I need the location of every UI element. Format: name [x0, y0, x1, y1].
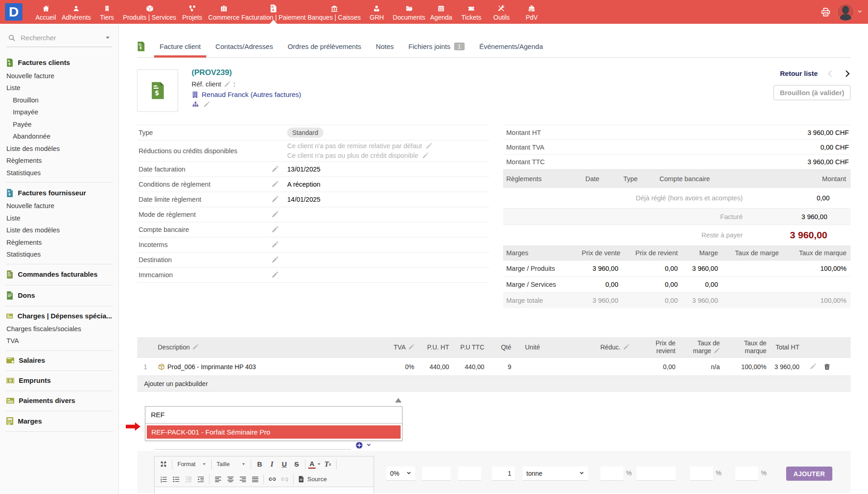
tva-select[interactable]: 0% [386, 467, 415, 481]
sidebar-section-emprunts[interactable]: Emprunts [0, 374, 118, 387]
editor-align-justify-icon[interactable] [249, 473, 261, 485]
tab-notes[interactable]: Notes [370, 36, 399, 57]
tab-evenements-agenda[interactable]: Événements/Agenda [474, 36, 548, 57]
edit-margin-icon[interactable] [713, 348, 720, 354]
nav-item-grh[interactable]: GRH [362, 0, 392, 24]
nav-item-outils[interactable]: Outils [487, 0, 517, 24]
app-logo[interactable]: D [5, 3, 22, 21]
discount-input[interactable] [600, 467, 623, 481]
editor-size-select[interactable]: Taille [214, 461, 249, 467]
sidebar-section-factures-clients[interactable]: Factures clients [0, 55, 118, 70]
nav-item-commerce[interactable]: Commerce [207, 0, 240, 24]
sidebar-item[interactable]: Règlements [0, 155, 118, 167]
tab-contacts-adresses[interactable]: Contacts/Adresses [210, 36, 279, 57]
search-caret-icon[interactable] [105, 35, 110, 40]
nav-item-banques[interactable]: Banques | Caisses [306, 0, 361, 24]
sidebar-section-charges[interactable]: Charges | Dépenses spécia... [0, 309, 118, 323]
select2-caret-up-icon[interactable] [395, 398, 402, 403]
nav-item-facturation[interactable]: Facturation | Paiement [241, 0, 307, 24]
editor-outdent-icon[interactable] [182, 473, 194, 485]
add-free-product-icon[interactable] [355, 441, 363, 449]
edit-field-icon[interactable] [271, 211, 284, 218]
editor-ol-icon[interactable] [158, 473, 169, 485]
next-invoice-icon[interactable] [843, 70, 851, 77]
unit-select[interactable]: tonne [523, 467, 588, 481]
sidebar-section-commandes[interactable]: Commandes facturables [0, 267, 118, 282]
product-select-underline[interactable] [155, 449, 351, 450]
sidebar-item[interactable]: TVA [0, 335, 118, 348]
sidebar-item[interactable]: Règlements [0, 236, 118, 249]
edit-ref-client-icon[interactable] [224, 81, 230, 88]
packbuilder-row[interactable]: Ajouter un packbuilder [137, 376, 851, 392]
print-icon[interactable] [821, 7, 830, 17]
edit-reduc-icon[interactable] [623, 344, 629, 350]
edit-field-icon[interactable] [271, 166, 284, 173]
sidebar-section-paiements[interactable]: Paiements divers [0, 394, 118, 408]
editor-link-icon[interactable] [267, 473, 278, 485]
sidebar-section-dons[interactable]: Dons [0, 288, 118, 303]
nav-item-tickets[interactable]: Tickets [456, 0, 487, 24]
sidebar-item[interactable]: Statistiques [0, 249, 118, 261]
back-to-list-link[interactable]: Retour liste [780, 70, 818, 77]
editor-textcolor-caret-icon[interactable] [316, 458, 321, 470]
user-menu-caret-icon[interactable] [857, 9, 863, 15]
editor-ul-icon[interactable] [170, 473, 182, 485]
delete-line-icon[interactable] [824, 363, 830, 370]
nav-item-projets[interactable]: Projets [177, 0, 207, 24]
editor-italic-button[interactable]: I [266, 458, 278, 470]
edit-discount1-icon[interactable] [425, 143, 432, 150]
editor-strike-button[interactable]: S [291, 458, 302, 470]
sidebar-item[interactable]: Impayée [0, 107, 118, 119]
search-input[interactable] [21, 34, 105, 42]
edit-field-icon[interactable] [271, 226, 284, 233]
nav-item-pdv[interactable]: PdV [517, 0, 547, 24]
edit-field-icon[interactable] [271, 241, 284, 248]
edit-project-icon[interactable] [203, 101, 210, 108]
sidebar-item[interactable]: Charges fiscales/sociales [0, 323, 118, 335]
edit-desc-icon[interactable] [192, 344, 198, 350]
editor-unlink-icon[interactable] [279, 473, 290, 485]
edit-field-icon[interactable] [271, 196, 284, 203]
editor-source-button[interactable]: Source [296, 476, 329, 483]
editor-removeformat-button[interactable]: Tx [322, 458, 333, 470]
edit-discount2-icon[interactable] [422, 152, 429, 159]
editor-underline-button[interactable]: U [279, 458, 290, 470]
nav-item-adherents[interactable]: Adhérents [61, 0, 92, 24]
sidebar-item[interactable]: Liste des modèles [0, 143, 118, 155]
edit-tva-icon[interactable] [408, 344, 414, 350]
editor-align-left-icon[interactable] [212, 473, 224, 485]
sidebar-item[interactable]: Liste [0, 212, 118, 225]
product-search-input[interactable]: REF [145, 407, 402, 424]
sidebar-section-factures-fournisseur[interactable]: Factures fournisseur [0, 186, 118, 200]
editor-content-area[interactable] [155, 487, 374, 494]
edit-field-icon[interactable] [271, 256, 284, 263]
sidebar-item[interactable]: Abandonnée [0, 131, 118, 143]
editor-align-center-icon[interactable] [225, 473, 236, 485]
sidebar-item[interactable]: Brouillon [0, 94, 118, 107]
nav-item-produits[interactable]: Produits | Services [122, 0, 177, 24]
editor-textcolor-button[interactable]: A [308, 460, 316, 469]
price-ttc-input[interactable] [458, 467, 481, 481]
sidebar-item[interactable]: Nouvelle facture [0, 200, 118, 213]
editor-format-select[interactable]: Format [175, 461, 209, 467]
free-product-caret-icon[interactable] [366, 442, 372, 448]
product-option-highlighted[interactable]: REF-PACK-001 - Forfait Séminaire Pro [147, 425, 401, 439]
editor-bold-button[interactable]: B [254, 458, 265, 470]
markup-rate-input[interactable] [735, 467, 758, 481]
edit-field-icon[interactable] [271, 271, 284, 279]
margin-rate-input[interactable] [690, 467, 713, 481]
tab-facture-client[interactable]: Facture client [154, 36, 206, 57]
add-line-button[interactable]: AJOUTER [786, 467, 832, 481]
buying-price-input[interactable] [637, 467, 675, 481]
thirdparty-link[interactable]: Renaud Franck (Autres factures) [202, 91, 301, 98]
editor-maximize-icon[interactable] [158, 458, 169, 470]
nav-item-agenda[interactable]: Agenda [426, 0, 456, 24]
sidebar-section-marges[interactable]: Marges [0, 414, 118, 428]
sidebar-item[interactable]: Payée [0, 118, 118, 131]
sidebar-section-salaires[interactable]: Salaires [0, 354, 118, 367]
edit-field-icon[interactable] [271, 181, 284, 188]
tab-ordres-prelevements[interactable]: Ordres de prélèvements [282, 36, 367, 57]
sidebar-item[interactable]: Liste [0, 82, 118, 95]
nav-item-documents[interactable]: Documents [392, 0, 426, 24]
qty-input[interactable] [492, 467, 515, 481]
